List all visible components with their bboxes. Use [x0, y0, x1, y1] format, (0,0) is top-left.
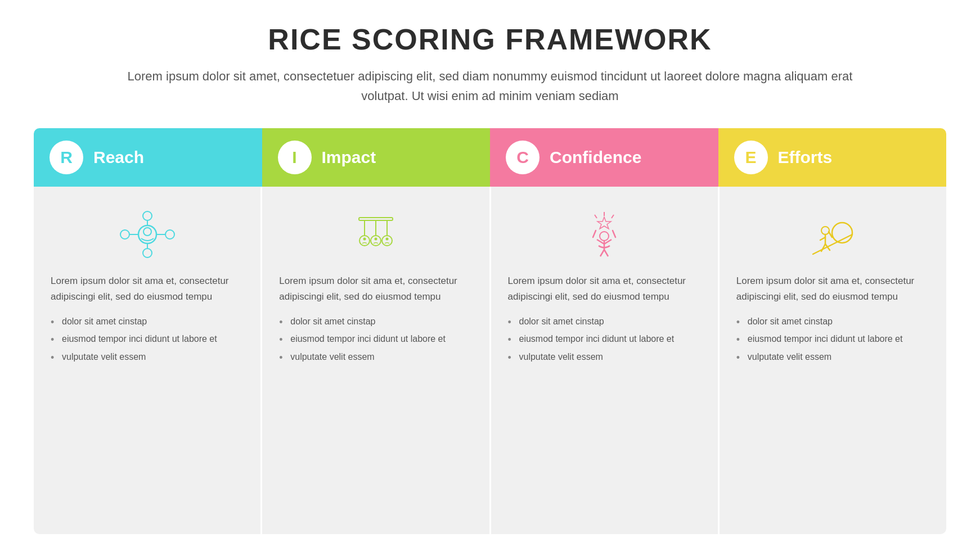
header-confidence: C Confidence [490, 128, 718, 187]
svg-point-4 [143, 211, 152, 220]
bullet-confidence-2: eiusmod tempor inci didunt ut labore et [508, 332, 675, 346]
svg-line-22 [595, 215, 597, 218]
content-reach: Lorem ipsum dolor sit ama et, consectetu… [34, 187, 262, 534]
header-label-reach: Reach [93, 148, 144, 167]
icon-area-confidence [508, 204, 701, 260]
bullet-efforts-2: eiusmod tempor inci didunt ut labore et [736, 332, 903, 346]
confidence-icon [573, 209, 635, 260]
header-efforts: E Efforts [718, 128, 947, 187]
svg-line-21 [612, 215, 614, 218]
svg-rect-10 [359, 218, 393, 220]
content-impact: Lorem ipsum dolor sit ama et, consectetu… [262, 187, 491, 534]
letter-circle-r: R [50, 141, 83, 174]
page-title: RICE SCORING FRAMEWORK [268, 22, 712, 56]
svg-line-27 [604, 250, 608, 256]
bullet-impact-2: eiusmod tempor inci didunt ut labore et [279, 332, 446, 346]
icon-area-efforts [736, 204, 929, 260]
letter-circle-e: E [734, 141, 768, 174]
content-text-confidence: Lorem ipsum dolor sit ama et, consectetu… [508, 273, 701, 304]
page-subtitle: Lorem ipsum dolor sit amet, consectetuer… [124, 66, 856, 106]
icon-area-impact [279, 204, 472, 260]
svg-point-2 [120, 230, 129, 239]
bullet-impact-1: dolor sit amet cinstap [279, 314, 446, 329]
svg-line-37 [820, 237, 825, 240]
icon-area-reach [51, 204, 244, 260]
content-text-impact: Lorem ipsum dolor sit ama et, consectetu… [279, 273, 472, 304]
bullet-confidence-3: vulputate velit essem [508, 350, 675, 364]
impact-icon [345, 209, 407, 260]
svg-point-5 [143, 249, 152, 258]
letter-circle-c: C [506, 141, 540, 174]
header-label-impact: Impact [322, 148, 376, 167]
bullet-list-impact: dolor sit amet cinstap eiusmod tempor in… [279, 314, 446, 368]
bullet-efforts-3: vulputate velit essem [736, 350, 903, 364]
svg-point-14 [359, 236, 370, 246]
content-text-efforts: Lorem ipsum dolor sit ama et, consectetu… [736, 273, 929, 304]
content-row: Lorem ipsum dolor sit ama et, consectetu… [34, 187, 946, 534]
svg-point-18 [374, 238, 377, 241]
svg-point-19 [385, 238, 388, 241]
bullet-impact-3: vulputate velit essem [279, 350, 446, 364]
content-confidence: Lorem ipsum dolor sit ama et, consectetu… [491, 187, 720, 534]
header-label-confidence: Confidence [550, 148, 641, 167]
bullet-reach-1: dolor sit amet cinstap [51, 314, 217, 329]
framework-container: R Reach I Impact C Confidence E Efforts [34, 128, 946, 534]
svg-point-32 [821, 227, 829, 234]
bullet-list-efforts: dolor sit amet cinstap eiusmod tempor in… [736, 314, 903, 368]
bullet-list-confidence: dolor sit amet cinstap eiusmod tempor in… [508, 314, 675, 368]
bullet-reach-3: vulputate velit essem [51, 350, 217, 364]
letter-circle-i: I [278, 141, 312, 174]
svg-point-15 [371, 236, 381, 246]
svg-point-17 [363, 238, 366, 241]
svg-point-24 [600, 232, 609, 241]
bullet-list-reach: dolor sit amet cinstap eiusmod tempor in… [51, 314, 217, 368]
svg-point-16 [382, 236, 392, 246]
bullet-reach-2: eiusmod tempor inci didunt ut labore et [51, 332, 217, 346]
efforts-icon [802, 209, 864, 260]
svg-point-3 [165, 230, 174, 239]
header-impact: I Impact [262, 128, 491, 187]
bullet-efforts-1: dolor sit amet cinstap [736, 314, 903, 329]
svg-point-1 [143, 228, 151, 236]
svg-line-26 [600, 250, 604, 256]
content-efforts: Lorem ipsum dolor sit ama et, consectetu… [720, 187, 946, 534]
header-label-efforts: Efforts [778, 148, 833, 167]
reach-icon [116, 209, 178, 260]
header-reach: R Reach [34, 128, 262, 187]
content-text-reach: Lorem ipsum dolor sit ama et, consectetu… [51, 273, 244, 304]
header-row: R Reach I Impact C Confidence E Efforts [34, 128, 946, 187]
bullet-confidence-1: dolor sit amet cinstap [508, 314, 675, 329]
svg-marker-23 [597, 217, 611, 229]
